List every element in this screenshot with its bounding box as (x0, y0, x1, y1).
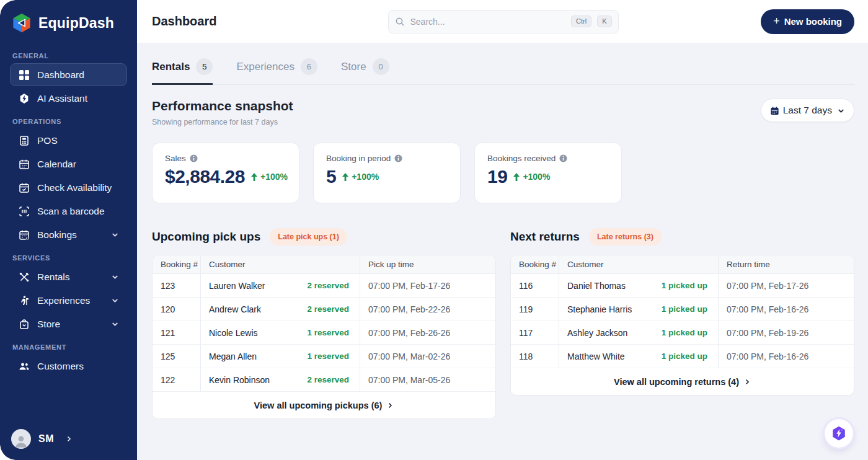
tables-row: Upcoming pick ups Late pick ups (1) Book… (152, 228, 854, 419)
performance-title: Performance snapshot (152, 99, 293, 113)
next-returns-section: Next returns Late returns (3) Booking # … (510, 228, 854, 419)
sidebar-item-label: Scan a barcode (37, 206, 105, 217)
sidebar-item-bookings[interactable]: Bookings (10, 223, 127, 246)
customer-name: Andrew Clark (209, 304, 261, 314)
chevron-down-icon (111, 273, 119, 281)
table-row[interactable]: 119 Stephanie Harris1 picked up 07:00 PM… (511, 298, 854, 321)
tab-label: Experiences (236, 61, 294, 73)
sidebar-item-experiences[interactable]: Experiences (10, 289, 127, 312)
booking-number: 121 (153, 321, 201, 344)
tab-store[interactable]: Store 0 (341, 58, 389, 85)
view-all-returns-label: View all upcoming returns (4) (614, 377, 739, 387)
table-row[interactable]: 118 Matthew White1 picked up 07:00 PM, F… (511, 345, 854, 368)
late-pickups-badge[interactable]: Late pick ups (1) (270, 228, 347, 245)
status-badge: 1 picked up (662, 328, 710, 337)
sidebar-item-customers[interactable]: Customers (10, 355, 127, 378)
sidebar-item-scan-barcode[interactable]: Scan a barcode (10, 200, 127, 223)
tab-count-badge: 5 (196, 58, 213, 75)
sidebar-item-store[interactable]: Store (10, 312, 127, 335)
return-time: 07:00 PM, Feb-19-26 (719, 328, 854, 338)
status-badge: 1 picked up (662, 352, 710, 361)
info-icon[interactable] (394, 154, 402, 162)
brand-name: EquipDash (38, 15, 114, 32)
view-all-returns-link[interactable]: View all upcoming returns (4) (511, 368, 854, 395)
table-row[interactable]: 116 Daniel Thomas1 picked up 07:00 PM, F… (511, 274, 854, 298)
chevron-right-icon (743, 378, 751, 386)
returns-table-header: Booking # Customer Return time (511, 255, 854, 274)
tab-label: Rentals (152, 61, 190, 73)
sidebar-item-check-availability[interactable]: Check Availability (10, 176, 127, 199)
table-row[interactable]: 117 Ashley Jackson1 picked up 07:00 PM, … (511, 321, 854, 345)
user-profile[interactable]: SM (10, 427, 127, 451)
tab-bar: Rentals 5 Experiences 6 Store 0 (152, 43, 854, 85)
customer-name: Matthew White (567, 352, 625, 361)
plus-icon: + (773, 15, 780, 27)
search-icon (395, 17, 405, 27)
performance-header: Performance snapshot Showing performance… (152, 99, 854, 126)
table-row[interactable]: 122 Kevin Robinson2 reserved 07:00 PM, M… (153, 368, 495, 392)
sidebar-item-rentals[interactable]: Rentals (10, 265, 127, 288)
status-badge: 1 reserved (307, 352, 352, 361)
stat-value: 19 (487, 166, 507, 187)
sidebar-item-ai-assistant[interactable]: AI Assistant (10, 87, 127, 110)
ai-assistant-fab[interactable] (825, 419, 853, 448)
grid-icon (18, 69, 30, 81)
shopping-bag-icon (18, 318, 30, 330)
main-area: Dashboard Search... Ctrl K + New booking (137, 0, 868, 460)
rounded-corner-top (0, 0, 16, 16)
stat-card-bookings-received: Bookings received 19 +100% (474, 143, 622, 203)
pickup-time: 07:00 PM, Feb-17-26 (360, 281, 495, 291)
sidebar-item-calendar[interactable]: Calendar (10, 153, 127, 175)
hiker-icon (18, 294, 30, 306)
column-header-customer: Customer (201, 255, 360, 273)
sidebar-section-operations: OPERATIONS (12, 118, 127, 125)
stat-value: 5 (326, 166, 336, 187)
date-range-label: Last 7 days (783, 105, 832, 116)
stat-label: Bookings received (487, 154, 556, 163)
search-input[interactable]: Search... Ctrl K (388, 10, 619, 33)
search-placeholder: Search... (410, 17, 566, 27)
column-header-pickup-time: Pick up time (360, 260, 495, 269)
table-row[interactable]: 121 Nicole Lewis1 reserved 07:00 PM, Feb… (153, 321, 495, 345)
brand-logo[interactable]: EquipDash (10, 10, 127, 36)
table-row[interactable]: 120 Andrew Clark2 reserved 07:00 PM, Feb… (153, 298, 495, 321)
new-booking-button[interactable]: + New booking (761, 9, 854, 34)
tab-experiences[interactable]: Experiences 6 (236, 58, 317, 85)
pos-terminal-icon (18, 135, 30, 146)
chevron-right-icon (386, 402, 394, 409)
ai-assistant-icon (18, 92, 30, 104)
chevron-down-icon (837, 107, 845, 115)
table-row[interactable]: 123 Lauren Walker2 reserved 07:00 PM, Fe… (153, 274, 495, 298)
late-returns-badge[interactable]: Late returns (3) (589, 228, 662, 245)
arrow-up-icon (513, 173, 520, 181)
barcode-scan-icon (18, 205, 30, 217)
stat-label: Booking in period (326, 154, 391, 163)
chevron-right-icon (65, 435, 73, 443)
user-initials: SM (38, 433, 54, 445)
customers-icon (18, 360, 30, 372)
sidebar-item-label: Dashboard (37, 69, 84, 81)
customer-name: Ashley Jackson (567, 328, 627, 338)
info-icon[interactable] (190, 154, 198, 162)
performance-subtitle: Showing performance for last 7 days (152, 118, 293, 126)
sidebar-item-pos[interactable]: POS (10, 129, 127, 152)
sidebar-section-services: SERVICES (12, 254, 127, 262)
customer-name: Kevin Robinson (209, 375, 270, 385)
date-range-button[interactable]: Last 7 days (761, 99, 854, 122)
sidebar-item-dashboard[interactable]: Dashboard (10, 63, 127, 86)
booking-number: 123 (153, 274, 201, 297)
column-header-return-time: Return time (719, 260, 854, 269)
view-all-pickups-link[interactable]: View all upcoming pickups (6) (153, 392, 495, 418)
arrow-up-icon (250, 173, 258, 181)
return-time: 07:00 PM, Feb-16-26 (719, 304, 854, 314)
info-icon[interactable] (559, 154, 567, 162)
stat-label: Sales (165, 154, 186, 163)
bookings-calendar-icon (18, 229, 30, 241)
tab-rentals[interactable]: Rentals 5 (152, 58, 213, 85)
view-all-pickups-label: View all upcoming pickups (6) (254, 400, 383, 410)
chevron-down-icon (111, 231, 119, 239)
upcoming-pickups-section: Upcoming pick ups Late pick ups (1) Book… (152, 228, 496, 419)
table-row[interactable]: 125 Megan Allen1 reserved 07:00 PM, Mar-… (153, 345, 495, 368)
customer-name: Nicole Lewis (209, 328, 258, 338)
app-window: EquipDash GENERAL Dashboard AI Assistant… (0, 0, 868, 460)
